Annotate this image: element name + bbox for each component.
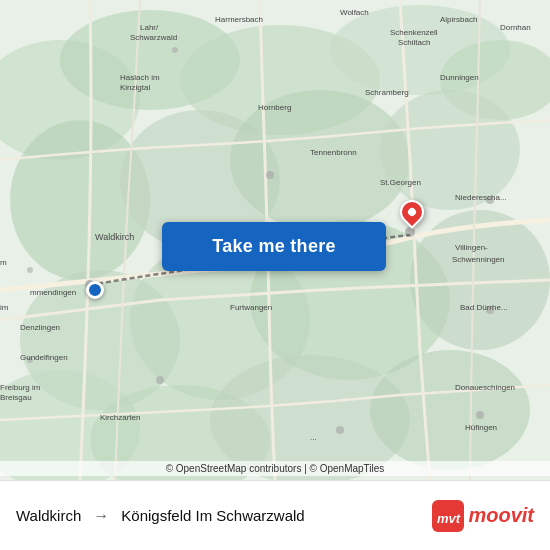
svg-text:Donaueschingen: Donaueschingen <box>455 383 515 392</box>
moovit-icon: mvt <box>432 500 464 532</box>
svg-text:Harmersbach: Harmersbach <box>215 15 263 24</box>
svg-text:Denzlingen: Denzlingen <box>20 323 60 332</box>
svg-text:Schwenningen: Schwenningen <box>452 255 504 264</box>
svg-text:Kirchzarten: Kirchzarten <box>100 413 140 422</box>
svg-text:Alpirsbach: Alpirsbach <box>440 15 477 24</box>
svg-text:Schenkenzell: Schenkenzell <box>390 28 438 37</box>
svg-text:Furtwangen: Furtwangen <box>230 303 272 312</box>
svg-point-22 <box>156 376 164 384</box>
svg-text:Schwarzwald: Schwarzwald <box>130 33 177 42</box>
arrow-icon: → <box>93 507 109 525</box>
app-container: Waldkirch Lahr/ Schwarzwald Harmersbach … <box>0 0 550 550</box>
svg-text:Hüfingen: Hüfingen <box>465 423 497 432</box>
map-area: Waldkirch Lahr/ Schwarzwald Harmersbach … <box>0 0 550 480</box>
svg-text:...: ... <box>310 433 317 442</box>
svg-text:Dunningen: Dunningen <box>440 73 479 82</box>
svg-point-28 <box>172 47 178 53</box>
svg-point-25 <box>336 426 344 434</box>
bottom-bar: Waldkirch → Königsfeld Im Schwarzwald mv… <box>0 480 550 550</box>
svg-point-20 <box>266 171 274 179</box>
map-attribution: © OpenStreetMap contributors | © OpenMap… <box>0 461 550 476</box>
cta-label: Take me there <box>212 236 336 257</box>
svg-text:Bad Dürrhe...: Bad Dürrhe... <box>460 303 508 312</box>
origin-label: Waldkirch <box>16 507 81 524</box>
svg-text:Hornberg: Hornberg <box>258 103 291 112</box>
svg-text:Breisgau: Breisgau <box>0 393 32 402</box>
svg-point-24 <box>476 411 484 419</box>
svg-text:Waldkirch: Waldkirch <box>95 232 134 242</box>
svg-text:Freiburg im: Freiburg im <box>0 383 41 392</box>
svg-text:Haslach im: Haslach im <box>120 73 160 82</box>
svg-text:Schramberg: Schramberg <box>365 88 409 97</box>
svg-text:Kinzigtal: Kinzigtal <box>120 83 150 92</box>
svg-text:Tennenbronn: Tennenbronn <box>310 148 357 157</box>
moovit-logo: mvt moovit <box>432 500 534 532</box>
svg-text:Lahr/: Lahr/ <box>140 23 159 32</box>
origin-marker <box>86 281 104 299</box>
svg-text:Niederescha...: Niederescha... <box>455 193 507 202</box>
svg-point-17 <box>370 350 530 470</box>
svg-text:mvt: mvt <box>437 511 461 526</box>
take-me-there-button[interactable]: Take me there <box>162 222 386 271</box>
svg-point-9 <box>380 90 520 210</box>
svg-text:im: im <box>0 303 9 312</box>
svg-text:St.Georgen: St.Georgen <box>380 178 421 187</box>
svg-point-26 <box>27 267 33 273</box>
svg-text:Wolfach: Wolfach <box>340 8 369 17</box>
svg-text:Gundelfingen: Gundelfingen <box>20 353 68 362</box>
svg-text:Schiltach: Schiltach <box>398 38 430 47</box>
svg-text:mmendingen: mmendingen <box>30 288 76 297</box>
svg-text:m: m <box>0 258 7 267</box>
svg-text:Villingen-: Villingen- <box>455 243 488 252</box>
destination-label: Königsfeld Im Schwarzwald <box>121 507 304 524</box>
destination-marker <box>400 200 424 232</box>
svg-text:Dornhan: Dornhan <box>500 23 531 32</box>
moovit-text: moovit <box>468 504 534 527</box>
